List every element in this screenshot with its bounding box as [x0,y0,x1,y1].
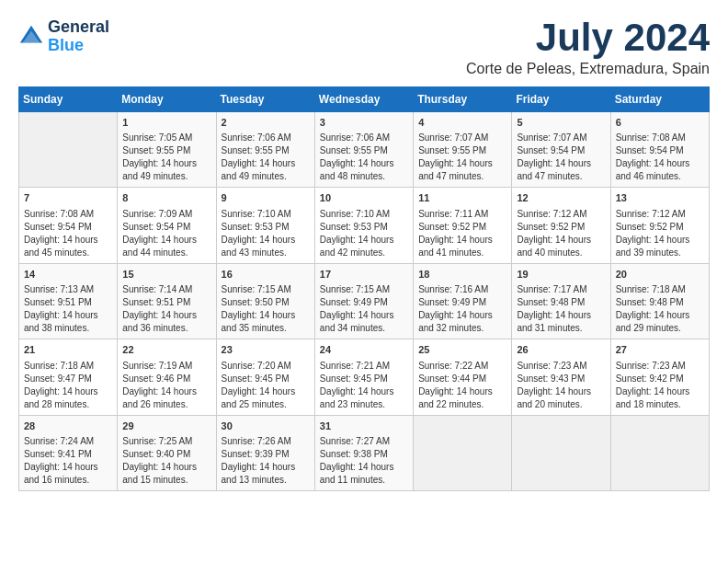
sunset-text: Sunset: 9:38 PM [320,449,388,459]
sunset-text: Sunset: 9:54 PM [122,222,190,232]
month-title: July 2024 [466,18,710,57]
logo-line2: Blue [48,37,109,55]
sunrise-text: Sunrise: 7:12 AM [517,209,586,219]
calendar-cell: 7Sunrise: 7:08 AMSunset: 9:54 PMDaylight… [19,188,118,263]
sunrise-text: Sunrise: 7:11 AM [418,209,488,219]
sunrise-text: Sunrise: 7:27 AM [320,436,390,446]
calendar-cell: 4Sunrise: 7:07 AMSunset: 9:55 PMDaylight… [414,112,512,188]
daylight-text: Daylight: 14 hours and 41 minutes. [418,235,493,258]
sunset-text: Sunset: 9:55 PM [418,145,486,155]
daylight-text: Daylight: 14 hours and 45 minutes. [24,235,98,258]
sunset-text: Sunset: 9:42 PM [616,373,684,384]
daylight-text: Daylight: 14 hours and 28 minutes. [24,386,98,409]
calendar-cell: 22Sunrise: 7:19 AMSunset: 9:46 PMDayligh… [118,339,216,415]
calendar-cell [512,415,610,490]
weekday-header-sunday: Sunday [19,87,118,112]
sunset-text: Sunset: 9:50 PM [222,297,290,307]
daylight-text: Daylight: 14 hours and 25 minutes. [222,386,296,409]
sunset-text: Sunset: 9:55 PM [320,145,388,155]
sunset-text: Sunset: 9:55 PM [122,145,190,155]
day-number: 5 [517,116,605,130]
weekday-header-thursday: Thursday [414,87,512,112]
title-block: July 2024 Corte de Peleas, Extremadura, … [466,18,710,77]
day-number: 29 [122,419,210,433]
day-number: 1 [122,116,210,130]
calendar-week-row: 21Sunrise: 7:18 AMSunset: 9:47 PMDayligh… [19,339,710,415]
daylight-text: Daylight: 14 hours and 11 minutes. [320,462,394,485]
sunset-text: Sunset: 9:52 PM [616,222,684,232]
weekday-header-row: SundayMondayTuesdayWednesdayThursdayFrid… [19,87,710,112]
weekday-header-tuesday: Tuesday [216,87,314,112]
sunrise-text: Sunrise: 7:08 AM [24,209,94,219]
sunrise-text: Sunrise: 7:10 AM [222,209,291,219]
sunset-text: Sunset: 9:48 PM [517,297,585,307]
day-number: 28 [24,419,112,433]
location-title: Corte de Peleas, Extremadura, Spain [466,61,710,77]
day-number: 14 [24,268,112,282]
daylight-text: Daylight: 14 hours and 48 minutes. [320,158,394,181]
day-number: 16 [222,268,310,282]
daylight-text: Daylight: 14 hours and 13 minutes. [222,462,296,485]
daylight-text: Daylight: 14 hours and 47 minutes. [517,158,591,181]
sunrise-text: Sunrise: 7:16 AM [418,284,488,294]
calendar-cell: 16Sunrise: 7:15 AMSunset: 9:50 PMDayligh… [216,263,314,339]
sunrise-text: Sunrise: 7:21 AM [320,361,390,371]
calendar-cell: 6Sunrise: 7:08 AMSunset: 9:54 PMDaylight… [610,112,709,188]
sunset-text: Sunset: 9:43 PM [517,373,585,384]
page-header: General Blue July 2024 Corte de Peleas, … [18,18,710,77]
day-number: 19 [517,268,605,282]
day-number: 21 [24,343,112,357]
sunrise-text: Sunrise: 7:13 AM [24,284,94,294]
sunrise-text: Sunrise: 7:25 AM [122,436,192,446]
calendar-cell: 11Sunrise: 7:11 AMSunset: 9:52 PMDayligh… [414,188,512,263]
day-number: 10 [320,191,408,205]
calendar-week-row: 7Sunrise: 7:08 AMSunset: 9:54 PMDaylight… [19,188,710,263]
sunrise-text: Sunrise: 7:20 AM [222,361,291,371]
calendar-cell: 29Sunrise: 7:25 AMSunset: 9:40 PMDayligh… [118,415,216,490]
sunrise-text: Sunrise: 7:08 AM [616,132,686,143]
sunrise-text: Sunrise: 7:05 AM [122,132,192,143]
day-number: 2 [222,116,310,130]
sunrise-text: Sunrise: 7:26 AM [222,436,291,446]
sunrise-text: Sunrise: 7:15 AM [222,284,291,294]
daylight-text: Daylight: 14 hours and 16 minutes. [24,462,98,485]
sunrise-text: Sunrise: 7:07 AM [418,132,488,143]
day-number: 15 [122,268,210,282]
calendar-cell [610,415,709,490]
day-number: 20 [616,268,704,282]
calendar-cell: 17Sunrise: 7:15 AMSunset: 9:49 PMDayligh… [314,263,413,339]
calendar-cell: 25Sunrise: 7:22 AMSunset: 9:44 PMDayligh… [414,339,512,415]
sunrise-text: Sunrise: 7:15 AM [320,284,390,294]
day-number: 23 [222,343,310,357]
calendar-week-row: 1Sunrise: 7:05 AMSunset: 9:55 PMDaylight… [19,112,710,188]
sunrise-text: Sunrise: 7:23 AM [616,361,686,371]
daylight-text: Daylight: 14 hours and 36 minutes. [122,310,197,333]
daylight-text: Daylight: 14 hours and 23 minutes. [320,386,394,409]
sunset-text: Sunset: 9:53 PM [320,222,388,232]
sunset-text: Sunset: 9:49 PM [418,297,486,307]
daylight-text: Daylight: 14 hours and 22 minutes. [418,386,493,409]
logo-icon [18,24,44,50]
calendar-cell: 5Sunrise: 7:07 AMSunset: 9:54 PMDaylight… [512,112,610,188]
sunset-text: Sunset: 9:54 PM [24,222,92,232]
day-number: 25 [418,343,506,357]
calendar-cell: 19Sunrise: 7:17 AMSunset: 9:48 PMDayligh… [512,263,610,339]
sunset-text: Sunset: 9:51 PM [24,297,92,307]
day-number: 4 [418,116,506,130]
calendar-cell [19,112,118,188]
day-number: 24 [320,343,408,357]
calendar-cell: 30Sunrise: 7:26 AMSunset: 9:39 PMDayligh… [216,415,314,490]
calendar-cell: 20Sunrise: 7:18 AMSunset: 9:48 PMDayligh… [610,263,709,339]
sunrise-text: Sunrise: 7:06 AM [320,132,390,143]
daylight-text: Daylight: 14 hours and 49 minutes. [222,158,296,181]
sunset-text: Sunset: 9:54 PM [616,145,684,155]
sunrise-text: Sunrise: 7:06 AM [222,132,291,143]
sunrise-text: Sunrise: 7:12 AM [616,209,686,219]
sunrise-text: Sunrise: 7:09 AM [122,209,192,219]
sunrise-text: Sunrise: 7:19 AM [122,361,192,371]
calendar-cell [414,415,512,490]
sunset-text: Sunset: 9:53 PM [222,222,290,232]
day-number: 30 [222,419,310,433]
calendar-cell: 12Sunrise: 7:12 AMSunset: 9:52 PMDayligh… [512,188,610,263]
day-number: 31 [320,419,408,433]
